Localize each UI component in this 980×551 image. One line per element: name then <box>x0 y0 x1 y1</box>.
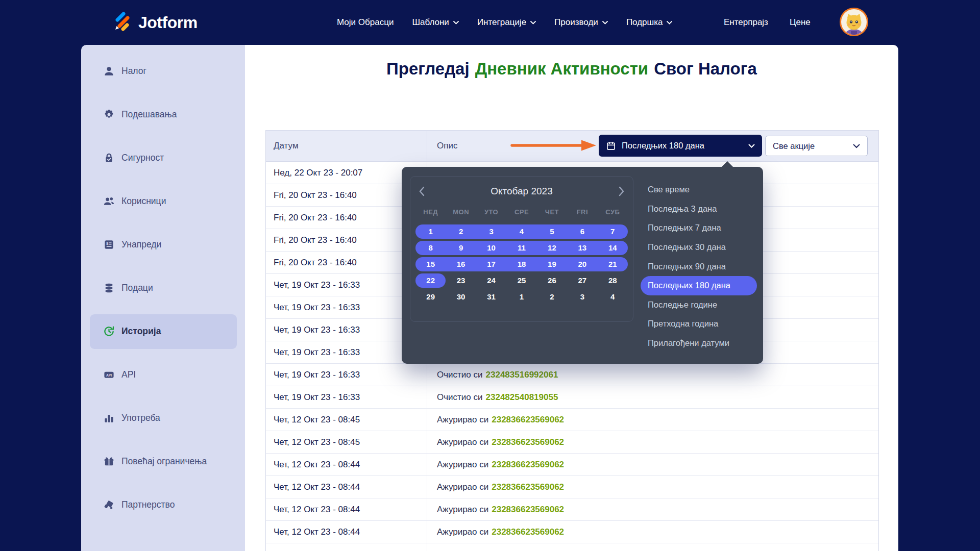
actions-dropdown[interactable]: Све акције <box>765 136 868 156</box>
calendar-day[interactable]: 27 <box>567 273 597 288</box>
calendar-weekday-label: FRI <box>567 208 597 216</box>
calendar-day[interactable]: 11 <box>506 241 536 255</box>
calendar-day[interactable]: 4 <box>506 224 536 239</box>
jotform-logo[interactable]: Jotform <box>111 11 198 34</box>
date-range-option[interactable]: Последњих 90 дана <box>641 257 757 276</box>
date-range-dropdown-button[interactable]: Последњих 180 дана <box>599 135 762 157</box>
row-form-id[interactable]: 232483516992061 <box>486 370 558 380</box>
nav-item[interactable]: Подршка <box>626 17 673 28</box>
date-range-option[interactable]: Последњих 7 дана <box>641 218 757 238</box>
sidebar-item[interactable]: Употреба <box>90 396 237 440</box>
nav-item-label: Ентерпрајз <box>724 17 768 28</box>
calendar-day[interactable]: 13 <box>567 241 597 255</box>
row-form-id[interactable]: 232836623569062 <box>492 482 564 492</box>
sidebar-item[interactable]: Партнерство <box>90 483 237 527</box>
calendar-day[interactable]: 15 <box>415 257 446 271</box>
calendar-day[interactable]: 20 <box>567 257 597 271</box>
chevron-down-icon <box>530 21 536 24</box>
calendar-day[interactable]: 6 <box>567 224 597 239</box>
date-range-option[interactable]: Све време <box>641 180 757 199</box>
calendar-day[interactable]: 1 <box>415 224 446 239</box>
calendar-day[interactable]: 12 <box>537 241 567 255</box>
row-date: Чет, 12 Окт 23 - 08:45 <box>266 409 427 431</box>
chevron-down-icon <box>667 21 672 24</box>
gift-icon <box>103 456 115 467</box>
partnership-icon <box>103 499 115 511</box>
calendar-day[interactable]: 29 <box>415 290 446 304</box>
calendar-day[interactable]: 7 <box>598 224 628 239</box>
date-range-option[interactable]: Последњих 180 дана <box>641 276 757 295</box>
svg-text:API: API <box>106 373 112 377</box>
sidebar-item[interactable]: Налог <box>90 49 237 93</box>
calendar-day[interactable]: 28 <box>598 273 628 288</box>
row-form-id[interactable]: 232836623569062 <box>492 505 564 515</box>
sidebar-item[interactable]: Повећај ограничења <box>90 440 237 483</box>
calendar-prev-month-icon[interactable] <box>410 186 433 196</box>
calendar-day[interactable]: 16 <box>446 257 476 271</box>
calendar-day[interactable]: 10 <box>476 241 506 255</box>
calendar-day[interactable]: 30 <box>446 290 476 304</box>
row-form-id[interactable]: 232836623569062 <box>492 437 564 447</box>
table-row: Чет, 12 Окт 23 - 08:45Ажурирао си2328366… <box>266 431 878 454</box>
database-icon <box>103 282 115 294</box>
sidebar-item[interactable]: Подешавања <box>90 93 237 136</box>
nav-item[interactable]: Шаблони <box>412 17 458 28</box>
row-form-id[interactable]: 232482540819055 <box>486 392 558 403</box>
calendar-day[interactable]: 1 <box>506 290 536 304</box>
nav-item-pricing[interactable]: Цене <box>790 17 811 28</box>
chevron-down-icon <box>853 144 860 148</box>
calendar-next-month-icon[interactable] <box>610 186 633 196</box>
calendar-day[interactable]: 21 <box>598 257 628 271</box>
calendar-day[interactable]: 25 <box>506 273 536 288</box>
date-range-option[interactable]: Прилагођени датуми <box>641 334 757 353</box>
calendar-day[interactable]: 19 <box>537 257 567 271</box>
calendar-day[interactable]: 17 <box>476 257 506 271</box>
date-range-option[interactable]: Последњих 30 дана <box>641 238 757 257</box>
row-form-id[interactable]: 232836623569062 <box>492 549 564 551</box>
date-range-option[interactable]: Последње године <box>641 295 757 315</box>
calendar-day[interactable]: 31 <box>476 290 506 304</box>
row-date: Чет, 19 Окт 23 - 16:33 <box>266 386 427 408</box>
nav-item[interactable]: Моји Обрасци <box>337 17 394 28</box>
calendar-day-grid: 1234567891011121314151617181920212223242… <box>415 224 628 306</box>
sidebar-item[interactable]: $Унапреди <box>90 223 237 266</box>
calendar-weekday-label: СУБ <box>598 208 628 216</box>
sidebar-item-label: Корисници <box>121 196 166 207</box>
nav-item[interactable]: Производи <box>554 17 608 28</box>
calendar-day[interactable]: 2 <box>446 224 476 239</box>
date-range-option[interactable]: Претходна година <box>641 314 757 334</box>
calendar-day[interactable]: 24 <box>476 273 506 288</box>
nav-item-enterprise[interactable]: Ентерпрајз <box>724 17 768 28</box>
row-date: Чет, 19 Окт 23 - 16:33 <box>266 364 427 386</box>
date-range-option[interactable]: Последња 3 дана <box>641 199 757 219</box>
calendar-day[interactable]: 5 <box>537 224 567 239</box>
date-range-panel: Октобар 2023 НЕДMONУТОСРЕЧЕТFRIСУБ 12345… <box>402 167 763 364</box>
calendar-day[interactable]: 23 <box>446 273 476 288</box>
row-form-id[interactable]: 232836623569062 <box>492 460 564 470</box>
row-form-id[interactable]: 232836623569062 <box>492 415 564 425</box>
calendar-day[interactable]: 14 <box>598 241 628 255</box>
calendar-day[interactable]: 3 <box>476 224 506 239</box>
nav-item-label: Производи <box>554 17 598 28</box>
sidebar-item[interactable]: Подаци <box>90 266 237 310</box>
nav-item[interactable]: Интеграције <box>477 17 536 28</box>
calendar-week-row: 2930311234 <box>415 290 628 304</box>
row-date: Чет, 12 Окт 23 - 08:44 <box>266 521 427 543</box>
date-range-options: Све времеПоследња 3 данаПоследњих 7 дана… <box>641 180 757 353</box>
calendar-day[interactable]: 2 <box>537 290 567 304</box>
svg-text:$: $ <box>106 241 109 246</box>
nav-item-label: Шаблони <box>412 17 449 28</box>
sidebar-item[interactable]: APIAPI <box>90 353 237 396</box>
sidebar-item[interactable]: Корисници <box>90 180 237 223</box>
calendar-day[interactable]: 3 <box>567 290 597 304</box>
sidebar-item[interactable]: Историја <box>90 314 237 349</box>
calendar-day[interactable]: 9 <box>446 241 476 255</box>
calendar-day[interactable]: 22 <box>415 273 446 288</box>
calendar-day[interactable]: 4 <box>598 290 628 304</box>
calendar-day[interactable]: 26 <box>537 273 567 288</box>
sidebar-item[interactable]: Сигурност <box>90 136 237 180</box>
calendar-day[interactable]: 8 <box>415 241 446 255</box>
user-avatar[interactable] <box>839 7 869 37</box>
calendar-day[interactable]: 18 <box>506 257 536 271</box>
row-form-id[interactable]: 232836623569062 <box>492 527 564 537</box>
